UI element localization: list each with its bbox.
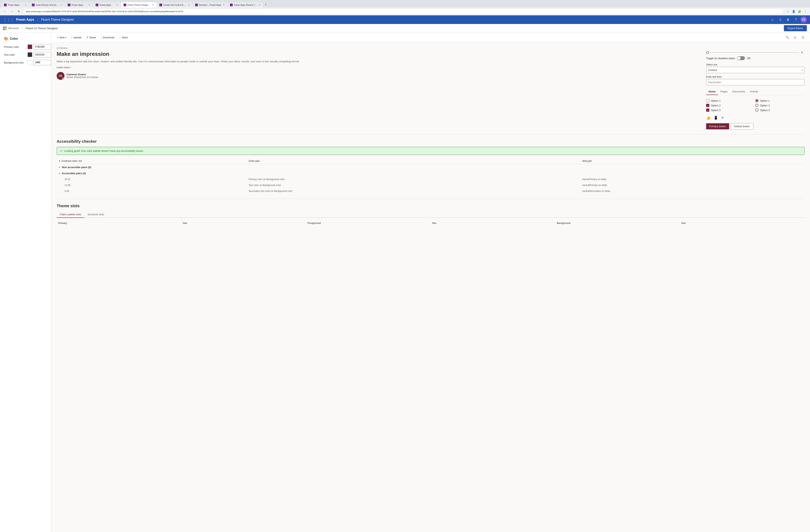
tab-close-8[interactable]: ✕ (258, 3, 261, 6)
text-color-input[interactable] (33, 52, 51, 57)
tab-4[interactable]: Power Apps ✕ (93, 2, 121, 7)
row2-color-pair: Text color on Background color (246, 182, 580, 188)
ms-logo-green (5, 27, 7, 28)
new-icon: + (57, 36, 59, 39)
button-row: Primary button Default button (706, 123, 805, 130)
text-input[interactable] (706, 79, 805, 85)
checker-table-header-row: ▾ Contrast ratio: AA Color pair Slot pai… (56, 158, 805, 164)
radio-2[interactable] (755, 104, 759, 107)
tab-bar: Power Apps ✕ Code Review Tool Experim...… (0, 0, 810, 7)
profile-icon[interactable]: 👤 (791, 9, 796, 14)
radio-1[interactable] (755, 99, 759, 102)
accessible-section-row: ▾ Accessible pairs (3) (56, 170, 805, 176)
row2-slot-pair: neutralPrimary on white (580, 182, 805, 188)
extension-icon[interactable]: 🧩 (797, 9, 802, 14)
background-color-swatch-container (28, 60, 51, 65)
new-button[interactable]: + New ▾ (55, 35, 68, 40)
tab-1[interactable]: Power Apps ✕ (2, 2, 29, 7)
settings-icon[interactable]: ⚙ (785, 17, 791, 23)
tab-title-7: Reviews – Power Apps (199, 4, 221, 6)
more-button[interactable]: ··· More (117, 35, 130, 40)
dropdown-value: Content (708, 69, 717, 71)
tab-pages[interactable]: Pages (718, 88, 730, 95)
semantic-slots-tab[interactable]: Semantic slots (84, 211, 108, 218)
help-icon[interactable]: ? (793, 17, 799, 23)
stories-label: STORIES (56, 47, 805, 49)
download-button[interactable]: ↓ Download (99, 35, 116, 40)
bookmark-icon[interactable]: ☆ (785, 9, 790, 14)
address-input[interactable]: apps.powerapps.com/play/2f6b0e93-7676-40… (23, 9, 784, 14)
tab-title-2: Code Review Tool Experim... (36, 4, 59, 6)
slider[interactable] (706, 52, 799, 53)
user-avatar[interactable]: CE (800, 17, 807, 23)
tab-favicon-7 (195, 3, 198, 6)
slots-col-background: Background (555, 221, 680, 225)
primary-color-input[interactable] (33, 44, 51, 50)
text-input-row: Enter text here (706, 76, 805, 85)
default-button[interactable]: Default button (731, 123, 754, 130)
export-theme-button[interactable]: Export theme (784, 25, 807, 31)
asterisk-icon[interactable]: ✳ (721, 116, 724, 120)
home-icon[interactable]: ⌂ (769, 17, 775, 23)
radio-3[interactable] (755, 109, 759, 112)
tab-home[interactable]: Home (706, 88, 718, 95)
tab-6[interactable]: Creator Kit Control Refere... ✕ (157, 2, 192, 7)
learn-more-text: Learn more (56, 66, 70, 69)
tab-favicon-1 (4, 3, 7, 6)
controls-panel: 0 Toggle for disabled states Off Select … (706, 51, 805, 130)
upload-button[interactable]: ↑ Upload (69, 35, 83, 40)
checkbox-2[interactable]: ✓ (706, 104, 709, 107)
tab-close-1[interactable]: ✕ (25, 3, 27, 6)
accessible-toggle-arrow[interactable]: ▾ (59, 172, 60, 174)
primary-color-swatch[interactable] (28, 45, 32, 49)
dropdown-select[interactable]: Content ▾ (706, 67, 805, 73)
section-divider-2 (56, 199, 805, 199)
new-tab-button[interactable]: + (263, 2, 268, 7)
primary-button[interactable]: Primary button (706, 123, 729, 129)
learn-more-link[interactable]: Learn more › (56, 66, 698, 69)
tab-2[interactable]: Code Review Tool Experim... ✕ (30, 2, 65, 7)
more-icon: ··· (119, 36, 122, 39)
tab-activity[interactable]: Activity (748, 88, 760, 95)
forward-button[interactable]: → (9, 9, 15, 14)
tab-7[interactable]: Reviews – Power Apps ✕ (193, 2, 227, 7)
waffle-icon[interactable]: ⋮⋮⋮ (3, 17, 14, 22)
text-color-swatch[interactable] (28, 52, 32, 57)
browser-menu-icon[interactable]: ⋮ (803, 9, 808, 14)
tab-3[interactable]: Power Apps ✕ (65, 2, 93, 7)
slots-col-primary: Primary (56, 221, 181, 225)
share-button[interactable]: ↗ Share (84, 35, 98, 40)
tab-close-7[interactable]: ✕ (223, 3, 225, 6)
tab-close-2[interactable]: ✕ (60, 3, 63, 6)
background-color-input[interactable] (33, 60, 51, 65)
checkbox-1[interactable] (706, 99, 709, 102)
search-icon[interactable]: 🔍 (784, 34, 790, 40)
tab-title-8: Power Apps Review Tool ... (234, 4, 257, 6)
filter-icon[interactable]: ⊘ (792, 34, 798, 40)
checkbox-3[interactable]: ✓ (706, 109, 709, 112)
tab-5[interactable]: Fluent Theme Designer -... ✕ (121, 2, 157, 7)
ms-logo-red (3, 27, 5, 28)
tab-close-4[interactable]: ✕ (116, 3, 118, 6)
tab-8[interactable]: Power Apps Review Tool ... ✕ (228, 2, 263, 7)
accessibility-success-text: Looking good! Your color palette doesn't… (64, 149, 144, 152)
person-card: CE Cameron Evans Senior Researcher at Co… (56, 72, 698, 80)
share-label: Share (89, 36, 96, 39)
background-color-swatch[interactable] (28, 60, 32, 65)
options-grid: Option 1 Option 1 ✓ Option 2 (706, 98, 805, 113)
tab-documents[interactable]: Documents (730, 88, 748, 95)
tab-close-5[interactable]: ✕ (152, 3, 154, 6)
col-header-slot-pair: Slot pair (580, 158, 805, 164)
fabric-palette-tab[interactable]: Fabric palette slots (56, 211, 84, 218)
toggle-switch[interactable] (737, 56, 745, 60)
reload-button[interactable]: ↻ (16, 9, 22, 14)
tab-close-6[interactable]: ✕ (188, 3, 190, 6)
non-accessible-toggle-arrow[interactable]: ▾ (59, 166, 60, 168)
accessible-row-3: 6.46 Secondary text color on Background … (56, 188, 805, 194)
back-button[interactable]: ← (2, 9, 7, 14)
thumbs-up-icon[interactable]: 👍 (706, 116, 711, 120)
tab-close-3[interactable]: ✕ (88, 3, 91, 6)
list-icon[interactable]: ☰ (800, 34, 806, 40)
mobile-icon[interactable]: 📱 (714, 116, 718, 120)
download-icon[interactable]: ⇩ (777, 17, 783, 23)
